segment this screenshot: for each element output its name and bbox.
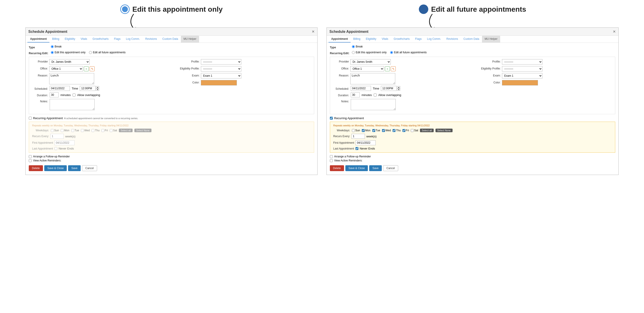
left-tab-logcomm[interactable]: Log Comm. — [123, 36, 143, 43]
left-tab-billing[interactable]: Billing — [50, 36, 62, 43]
left-edit-this-only[interactable]: Edit this appointment only — [51, 51, 86, 54]
left-tab-vitals[interactable]: Vitals — [78, 36, 90, 43]
left-day-wed[interactable]: Wed — [81, 129, 90, 132]
right-day-wed[interactable]: Wed — [382, 129, 391, 132]
right-exam-select[interactable]: Exam 1 — [502, 73, 542, 79]
right-select-all-btn[interactable]: Select all — [420, 129, 434, 132]
left-reason-textarea[interactable]: Lunch — [49, 73, 94, 84]
right-tab-revisions[interactable]: Revisions — [444, 36, 461, 43]
left-edit-this-radio[interactable] — [51, 51, 54, 54]
left-cancel-btn[interactable]: Cancel — [82, 165, 97, 171]
right-tab-customdata[interactable]: Custom Data — [461, 36, 482, 43]
left-day-fri[interactable]: Fri — [101, 129, 108, 132]
left-edit-all-future[interactable]: Edit all future appointments — [89, 51, 126, 54]
right-tab-muhelper[interactable]: MU Helper — [482, 36, 500, 43]
left-edit-all-radio[interactable] — [89, 51, 92, 54]
right-edit-all-radio[interactable] — [390, 51, 393, 54]
left-edit-office-btn[interactable]: ✎ — [90, 66, 94, 71]
left-delete-btn[interactable]: Delete — [29, 165, 43, 171]
right-time-down[interactable]: ▼ — [397, 88, 400, 91]
right-cancel-btn[interactable]: Cancel — [383, 165, 398, 171]
right-close-button[interactable]: ✕ — [613, 30, 616, 34]
left-color-swatch[interactable] — [201, 80, 237, 86]
right-delete-btn[interactable]: Delete — [330, 165, 344, 171]
left-tab-muhelper[interactable]: MU Helper — [181, 36, 199, 43]
left-profile-select[interactable]: ---------- — [201, 59, 241, 65]
left-provider-select[interactable]: Dr. James Smith — [49, 59, 90, 65]
left-type-break-option[interactable]: Break — [51, 45, 62, 48]
right-elig-profile-select[interactable]: ---------- — [502, 66, 542, 72]
left-notes-textarea[interactable] — [50, 99, 94, 110]
right-select-none-btn[interactable]: Select None — [436, 129, 452, 132]
left-elig-profile-select[interactable]: ---------- — [201, 66, 241, 72]
right-edit-office-btn[interactable]: ✎ — [391, 66, 396, 71]
right-recurs-input[interactable] — [352, 134, 365, 139]
left-tab-eligibility[interactable]: Eligibility — [62, 36, 78, 43]
right-type-break-option[interactable]: Break — [352, 45, 363, 48]
right-recurring-checkbox[interactable] — [330, 117, 333, 120]
right-edit-this-only[interactable]: Edit this appointment only — [352, 51, 386, 54]
left-recurring-checkbox[interactable] — [29, 117, 32, 120]
right-saveclose-btn[interactable]: Save & Close — [345, 165, 368, 171]
right-tab-billing[interactable]: Billing — [350, 36, 363, 43]
right-day-thu[interactable]: Thu — [392, 129, 401, 132]
left-tab-flags[interactable]: Flags — [111, 36, 123, 43]
right-edit-this-radio[interactable] — [352, 51, 355, 54]
right-color-swatch[interactable] — [502, 80, 538, 86]
left-reminders-checkbox[interactable] — [29, 159, 32, 162]
left-add-office-btn[interactable]: + — [84, 66, 89, 71]
right-tab-eligibility[interactable]: Eligibility — [363, 36, 379, 43]
left-saveclose-btn[interactable]: Save & Close — [44, 165, 67, 171]
left-duration-input[interactable] — [50, 92, 59, 97]
left-save-btn[interactable]: Save — [68, 165, 80, 171]
left-day-mon[interactable]: Mon — [61, 129, 69, 132]
right-time-input[interactable] — [381, 86, 396, 91]
right-notes-textarea[interactable] — [351, 99, 396, 110]
left-recurs-input[interactable] — [50, 134, 64, 139]
right-day-sat[interactable]: Sat — [411, 129, 418, 132]
left-tab-revisions[interactable]: Revisions — [143, 36, 160, 43]
left-tab-customdata[interactable]: Custom Data — [160, 36, 181, 43]
right-first-apt-input[interactable] — [356, 140, 376, 145]
right-tab-appointment[interactable]: Appointment — [328, 36, 350, 43]
left-day-sun[interactable]: Sun — [51, 129, 59, 132]
right-add-office-btn[interactable]: + — [385, 66, 390, 71]
left-day-thu[interactable]: Thu — [92, 129, 100, 132]
right-day-mon[interactable]: Mon — [362, 129, 370, 132]
right-duration-input[interactable] — [351, 92, 360, 97]
right-tab-flags[interactable]: Flags — [412, 36, 424, 43]
left-tab-appointment[interactable]: Appointment — [28, 36, 50, 43]
right-day-sun[interactable]: Sun — [352, 129, 360, 132]
left-time-up[interactable]: ▲ — [96, 86, 99, 88]
left-day-tue[interactable]: Tue — [71, 129, 79, 132]
right-office-select[interactable]: Office 1 — [350, 66, 384, 72]
right-scheduled-date[interactable] — [351, 86, 371, 91]
left-select-all-btn[interactable]: Select all — [119, 129, 132, 132]
left-followup-checkbox[interactable] — [29, 155, 32, 158]
left-scheduled-date[interactable] — [50, 86, 70, 91]
right-allow-overlap-checkbox[interactable] — [374, 94, 376, 97]
right-tab-vitals[interactable]: Vitals — [379, 36, 391, 43]
right-edit-all-future[interactable]: Edit all future appointments — [390, 51, 426, 54]
left-close-button[interactable]: ✕ — [312, 30, 314, 34]
right-never-ends-checkbox[interactable] — [356, 147, 358, 150]
right-save-btn[interactable]: Save — [369, 165, 382, 171]
left-exam-select[interactable]: Exam 1 — [201, 73, 241, 79]
left-type-radio[interactable] — [51, 45, 54, 48]
right-reason-textarea[interactable]: Lunch — [350, 73, 395, 84]
right-type-radio[interactable] — [352, 45, 355, 48]
right-day-fri[interactable]: Fri — [402, 129, 409, 132]
right-day-tue[interactable]: Tue — [372, 129, 380, 132]
left-allow-overlap-checkbox[interactable] — [72, 94, 76, 97]
right-followup-checkbox[interactable] — [330, 155, 333, 158]
left-select-none-btn[interactable]: Select None — [134, 129, 152, 132]
left-time-input[interactable] — [80, 86, 96, 91]
right-tab-growthcharts[interactable]: Growthcharts — [391, 36, 412, 43]
left-tab-growthcharts[interactable]: Growthcharts — [90, 36, 111, 43]
left-day-sat[interactable]: Sat — [110, 129, 117, 132]
right-time-up[interactable]: ▲ — [397, 86, 400, 88]
right-reminders-checkbox[interactable] — [330, 159, 333, 162]
left-office-select[interactable]: Office 1 — [49, 66, 83, 72]
left-first-apt-input[interactable] — [54, 140, 74, 145]
right-tab-logcomm[interactable]: Log Comm. — [424, 36, 444, 43]
